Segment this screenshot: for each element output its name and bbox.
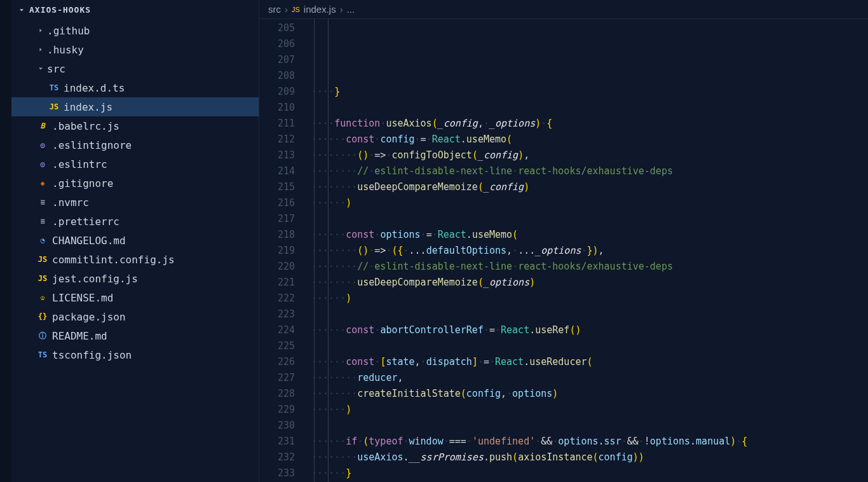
line-number: 211 <box>259 116 295 132</box>
sidebar: AXIOS-HOOKS .github.huskysrcTSindex.d.ts… <box>11 0 259 482</box>
code-line[interactable]: ······const·config·=·React.useMemo( <box>310 132 868 148</box>
file-item[interactable]: ◈.gitignore <box>11 174 259 193</box>
chevron-down-icon <box>18 6 25 14</box>
code-line[interactable]: ········useDeepCompareMemoize(_config) <box>310 179 868 195</box>
code-line[interactable]: ······} <box>310 465 868 481</box>
code-line[interactable]: ······if·(typeof·window·===·'undefined'·… <box>310 434 868 450</box>
file-item[interactable]: ≡.nvmrc <box>11 193 259 212</box>
code-line[interactable]: ······const·[state,·dispatch]·=·React.us… <box>310 354 868 370</box>
line-number: 226 <box>259 354 295 370</box>
file-icon: JS <box>37 255 48 264</box>
line-number: 228 <box>259 386 295 402</box>
line-number: 222 <box>259 291 295 306</box>
breadcrumb-symbol[interactable]: ... <box>347 4 355 15</box>
file-item[interactable]: ≡.prettierrc <box>11 212 259 231</box>
tree-item-label: .eslintrc <box>52 158 107 170</box>
code-line[interactable]: ······) <box>310 195 868 211</box>
file-icon: B <box>37 121 48 130</box>
code[interactable]: ····} ····function·useAxios(_config,·_op… <box>310 19 868 482</box>
file-item[interactable]: JSjest.config.js <box>11 269 259 288</box>
file-icon: ◈ <box>37 179 48 188</box>
tree-item-label: tsconfig.json <box>52 349 132 361</box>
code-area[interactable]: 2052062072082092102112122132142152162172… <box>259 19 868 482</box>
code-line[interactable]: ········//·eslint-disable-next-line·reac… <box>310 259 868 275</box>
file-item[interactable]: JSindex.js <box>11 97 259 116</box>
breadcrumb-file[interactable]: index.js <box>304 4 336 15</box>
code-line[interactable]: ······const·abortControllerRef·=·React.u… <box>310 322 868 338</box>
tree-item-label: commitlint.config.js <box>52 254 175 266</box>
code-line[interactable] <box>310 100 868 116</box>
file-item[interactable]: ♔LICENSE.md <box>11 288 259 307</box>
chevron-down-icon <box>37 65 46 72</box>
line-number: 229 <box>259 402 295 418</box>
code-line[interactable] <box>310 338 868 354</box>
file-icon: ⓘ <box>37 331 48 341</box>
line-number: 217 <box>259 211 295 227</box>
line-number: 232 <box>259 450 295 465</box>
line-number: 224 <box>259 322 295 338</box>
tree-item-label: .prettierrc <box>52 216 119 228</box>
line-number: 205 <box>259 20 295 36</box>
breadcrumb[interactable]: src › JS index.js › ... <box>259 0 868 19</box>
code-line[interactable]: ····} <box>310 84 868 100</box>
fold-guide <box>314 19 315 482</box>
code-line[interactable]: ······) <box>310 291 868 306</box>
line-number: 220 <box>259 259 295 275</box>
file-item[interactable]: ◔CHANGELOG.md <box>11 231 259 250</box>
line-number: 209 <box>259 84 295 100</box>
breadcrumb-folder[interactable]: src <box>268 4 281 15</box>
code-line[interactable]: ····function·useAxios(_config,·_options)… <box>310 116 868 132</box>
breadcrumb-separator: › <box>285 4 288 15</box>
file-icon: ◔ <box>37 236 48 245</box>
tree-item-label: .husky <box>47 44 84 56</box>
code-line[interactable]: ········()·=>·configToObject(_config), <box>310 148 868 163</box>
line-number: 218 <box>259 227 295 243</box>
folder-item[interactable]: .github <box>11 21 259 40</box>
line-number: 213 <box>259 148 295 163</box>
code-line[interactable] <box>310 306 868 322</box>
folder-item[interactable]: .husky <box>11 40 259 59</box>
file-icon: JS <box>48 102 60 111</box>
code-line[interactable]: ······) <box>310 402 868 418</box>
line-number: 227 <box>259 370 295 386</box>
tree-item-label: .nvmrc <box>52 196 89 209</box>
file-icon: ◎ <box>37 141 48 149</box>
tree-item-label: index.d.ts <box>64 82 125 94</box>
tree-item-label: package.json <box>52 311 126 323</box>
file-icon: JS <box>37 274 48 283</box>
file-item[interactable]: B.babelrc.js <box>11 116 259 135</box>
file-icon: ♔ <box>37 293 48 302</box>
code-line[interactable] <box>310 418 868 434</box>
line-number: 219 <box>259 243 295 259</box>
file-item[interactable]: {}package.json <box>11 307 259 326</box>
line-number: 225 <box>259 338 295 354</box>
line-number: 215 <box>259 179 295 195</box>
file-icon: TS <box>37 350 48 359</box>
tree-item-label: LICENSE.md <box>52 292 113 304</box>
file-item[interactable]: ◎.eslintignore <box>11 135 259 155</box>
line-number: 208 <box>259 68 295 84</box>
code-line[interactable]: ········()·=>·({·...defaultOptions,·..._… <box>310 243 868 259</box>
code-line[interactable]: ········createInitialState(config,·optio… <box>310 386 868 402</box>
fold-guide <box>328 19 329 482</box>
code-line[interactable]: ······const·options·=·React.useMemo( <box>310 227 868 243</box>
line-number: 230 <box>259 418 295 434</box>
code-line[interactable]: ········//·eslint-disable-next-line·reac… <box>310 163 868 179</box>
line-number: 231 <box>259 434 295 450</box>
code-line[interactable]: ········useDeepCompareMemoize(_options) <box>310 275 868 291</box>
code-line[interactable]: ········useAxios.__ssrPromises.push(axio… <box>310 450 868 465</box>
file-tree: .github.huskysrcTSindex.d.tsJSindex.jsB.… <box>11 20 259 482</box>
line-number: 223 <box>259 306 295 322</box>
tree-item-label: .gitignore <box>52 177 113 189</box>
sidebar-header[interactable]: AXIOS-HOOKS <box>11 0 259 20</box>
gutter: 2052062072082092102112122132142152162172… <box>259 19 310 482</box>
folder-item[interactable]: src <box>11 59 259 78</box>
file-item[interactable]: TStsconfig.json <box>11 345 259 364</box>
file-item[interactable]: ◎.eslintrc <box>11 155 259 174</box>
code-line[interactable]: ········reducer, <box>310 370 868 386</box>
file-item[interactable]: TSindex.d.ts <box>11 78 259 97</box>
file-item[interactable]: ⓘREADME.md <box>11 326 259 345</box>
file-item[interactable]: JScommitlint.config.js <box>11 250 259 269</box>
tree-item-label: .eslintignore <box>52 139 132 151</box>
code-line[interactable] <box>310 211 868 227</box>
